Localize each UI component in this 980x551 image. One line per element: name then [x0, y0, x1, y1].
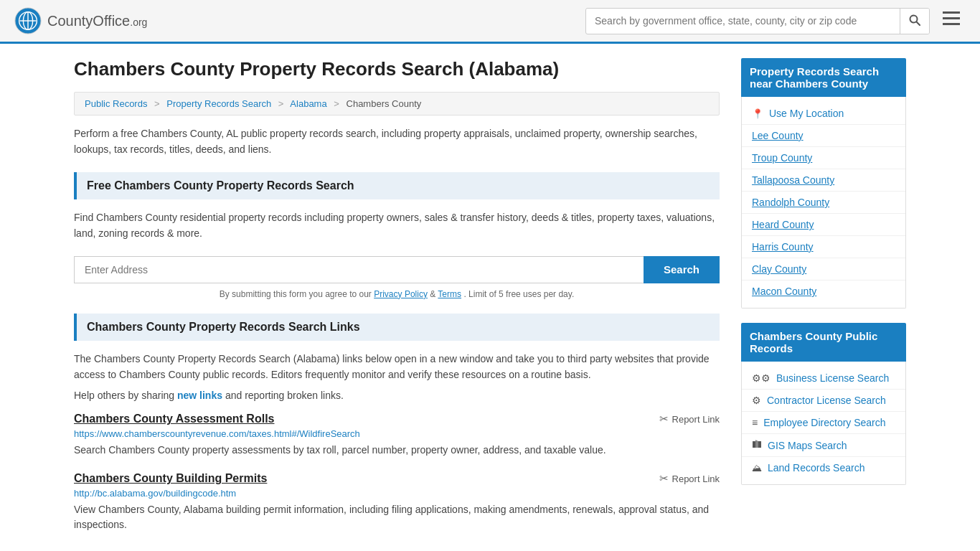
sidebar-item-lee-county[interactable]: Lee County: [742, 125, 905, 147]
report-icon-2: ✂: [659, 472, 669, 485]
sidebar-item-gis-maps[interactable]: GIS Maps Search: [742, 434, 905, 457]
svg-rect-10: [753, 441, 755, 448]
svg-marker-11: [755, 440, 758, 448]
privacy-policy-link[interactable]: Privacy Policy: [374, 289, 428, 299]
report-icon-1: ✂: [659, 413, 669, 425]
global-search-bar: [585, 8, 930, 34]
sidebar-nearby-heading: Property Records Search near Chambers Co…: [741, 58, 906, 97]
sidebar-item-harris-county[interactable]: Harris County: [742, 236, 905, 258]
sidebar-item-tallapoosa-county[interactable]: Tallapoosa County: [742, 169, 905, 192]
sidebar-item-macon-county[interactable]: Macon County: [742, 281, 905, 302]
logo-icon: [14, 7, 42, 34]
breadcrumb-sep-2: >: [278, 98, 284, 109]
sidebar-item-use-my-location[interactable]: Use My Location: [742, 103, 905, 125]
land-icon: ⛰: [752, 462, 762, 474]
gear-icon: ⚙⚙: [752, 372, 771, 384]
svg-rect-12: [758, 441, 761, 448]
report-link-button-1[interactable]: ✂ Report Link: [659, 413, 720, 425]
record-link-item-2: Chambers County Building Permits ✂ Repor…: [74, 472, 720, 532]
sidebar-item-heard-county[interactable]: Heard County: [742, 214, 905, 236]
free-search-section: Free Chambers County Property Records Se…: [74, 172, 720, 299]
new-links-link[interactable]: new links: [177, 390, 222, 401]
record-link-header: Chambers County Assessment Rolls ✂ Repor…: [74, 413, 720, 425]
sidebar-public-records-body: ⚙⚙ Business License Search ⚙ Contractor …: [741, 362, 906, 485]
sidebar-label-business-license: Business License Search: [776, 372, 889, 384]
logo[interactable]: CountyOffice.org: [14, 7, 147, 34]
links-section-heading: Chambers County Property Records Search …: [74, 314, 720, 341]
record-description-2: View Chambers County, Alabama building p…: [74, 502, 720, 532]
sidebar-item-employee-directory[interactable]: ≡ Employee Directory Search: [742, 412, 905, 434]
svg-rect-9: [943, 23, 960, 25]
share-links-text: Help others by sharing new links and rep…: [74, 390, 720, 401]
main-container: Chambers County Property Records Search …: [60, 44, 920, 551]
site-header: CountyOffice.org: [0, 0, 980, 44]
terms-link[interactable]: Terms: [438, 289, 461, 299]
report-link-button-2[interactable]: ✂ Report Link: [659, 472, 720, 485]
sidebar-nearby-section: Property Records Search near Chambers Co…: [741, 58, 906, 309]
page-description: Perform a free Chambers County, AL publi…: [74, 126, 720, 158]
svg-rect-7: [943, 11, 960, 14]
logo-text: CountyOffice.org: [47, 13, 147, 29]
sidebar-label-land-records: Land Records Search: [768, 462, 864, 474]
pin-icon: [752, 108, 763, 119]
search-icon: [909, 14, 920, 26]
gear2-icon: ⚙: [752, 395, 761, 406]
global-search-input[interactable]: [586, 9, 900, 32]
breadcrumb-sep-3: >: [334, 98, 339, 109]
book-icon: ≡: [752, 417, 758, 428]
sidebar-item-business-license[interactable]: ⚙⚙ Business License Search: [742, 367, 905, 390]
breadcrumb-public-records[interactable]: Public Records: [85, 98, 147, 109]
header-search-area: [585, 8, 966, 34]
record-url-1[interactable]: https://www.chamberscountyrevenue.com/ta…: [74, 428, 720, 439]
breadcrumb-alabama[interactable]: Alabama: [290, 98, 326, 109]
links-section-description: The Chambers County Property Records Sea…: [74, 351, 720, 383]
menu-button[interactable]: [937, 9, 966, 33]
sidebar-label-gis-maps: GIS Maps Search: [768, 440, 847, 451]
sidebar-label-employee-directory: Employee Directory Search: [763, 417, 885, 428]
free-search-description: Find Chambers County residential propert…: [74, 209, 720, 242]
breadcrumb-chambers-county: Chambers County: [347, 98, 422, 109]
sidebar-public-records-section: Chambers County Public Records ⚙⚙ Busine…: [741, 323, 906, 485]
sidebar-nearby-body: Use My Location Lee County Troup County …: [741, 97, 906, 309]
record-description-1: Search Chambers County property assessme…: [74, 443, 720, 458]
page-title: Chambers County Property Records Search …: [74, 58, 720, 80]
sidebar-public-records-heading: Chambers County Public Records: [741, 323, 906, 362]
svg-rect-8: [943, 17, 960, 19]
sidebar-label-contractor-license: Contractor License Search: [767, 395, 886, 406]
breadcrumb-property-records-search[interactable]: Property Records Search: [166, 98, 271, 109]
form-disclaimer: By submitting this form you agree to our…: [74, 289, 720, 299]
record-link-title-2[interactable]: Chambers County Building Permits: [74, 472, 267, 485]
address-search-input[interactable]: [74, 256, 644, 283]
report-link-label-1: Report Link: [672, 414, 720, 425]
record-url-2[interactable]: http://bc.alabama.gov/buildingcode.htm: [74, 488, 720, 499]
hamburger-icon: [943, 11, 960, 26]
content-area: Chambers County Property Records Search …: [74, 58, 720, 547]
sidebar-item-clay-county[interactable]: Clay County: [742, 258, 905, 281]
record-link-title-1[interactable]: Chambers County Assessment Rolls: [74, 413, 274, 425]
map-icon: [752, 439, 762, 451]
sidebar-item-troup-county[interactable]: Troup County: [742, 147, 905, 169]
sidebar-item-land-records[interactable]: ⛰ Land Records Search: [742, 457, 905, 479]
use-my-location-label: Use My Location: [769, 108, 844, 119]
sidebar: Property Records Search near Chambers Co…: [741, 58, 906, 547]
record-link-header-2: Chambers County Building Permits ✂ Repor…: [74, 472, 720, 485]
report-link-label-2: Report Link: [672, 474, 720, 484]
breadcrumb-sep-1: >: [154, 98, 160, 109]
breadcrumb: Public Records > Property Records Search…: [74, 92, 720, 116]
address-search-bar: Search: [74, 256, 720, 283]
free-search-heading: Free Chambers County Property Records Se…: [74, 172, 720, 199]
global-search-button[interactable]: [900, 9, 929, 34]
address-search-button[interactable]: Search: [644, 256, 720, 283]
svg-line-6: [917, 22, 920, 25]
links-section: Chambers County Property Records Search …: [74, 314, 720, 533]
record-link-item: Chambers County Assessment Rolls ✂ Repor…: [74, 413, 720, 458]
sidebar-item-contractor-license[interactable]: ⚙ Contractor License Search: [742, 390, 905, 412]
sidebar-item-randolph-county[interactable]: Randolph County: [742, 192, 905, 214]
